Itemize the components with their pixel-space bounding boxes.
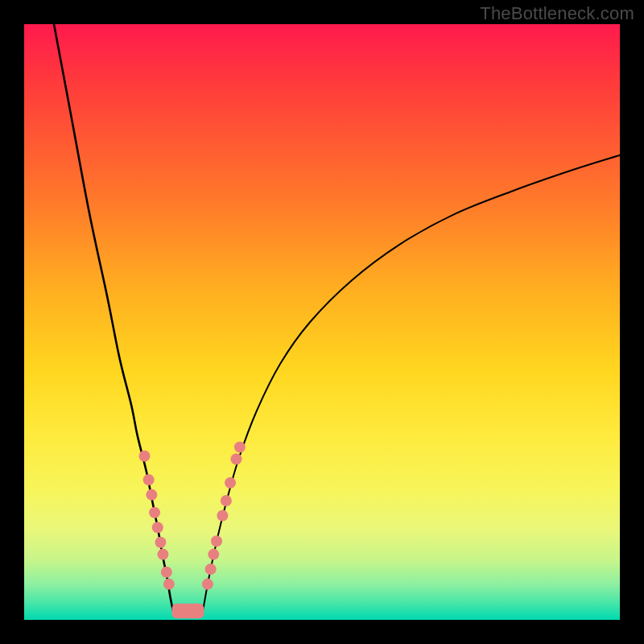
valley-bar (172, 604, 204, 619)
valley-dot (149, 507, 160, 518)
valley-dot (146, 489, 157, 501)
valley-dot (221, 495, 232, 506)
valley-dot (234, 441, 246, 452)
valley-dot (138, 451, 150, 462)
valley-dot (208, 549, 219, 560)
right-curve (203, 155, 620, 611)
valley-dot (217, 510, 228, 522)
valley-dot (152, 522, 163, 533)
watermark-text: TheBottleneck.com (480, 3, 634, 24)
valley-dot (143, 474, 155, 485)
valley-dot (211, 535, 222, 547)
valley-dot (225, 477, 236, 489)
valley-dot (205, 564, 217, 575)
chart-svg (24, 24, 620, 620)
valley-dot (157, 549, 168, 560)
valley-dot (230, 453, 242, 464)
valley-dot (202, 579, 213, 590)
chart-frame: TheBottleneck.com (0, 0, 644, 644)
valley-dot (161, 567, 172, 578)
valley-dot (155, 537, 166, 548)
valley-dots-right (202, 441, 246, 589)
valley-dot (163, 579, 175, 590)
plot-area (24, 24, 620, 620)
